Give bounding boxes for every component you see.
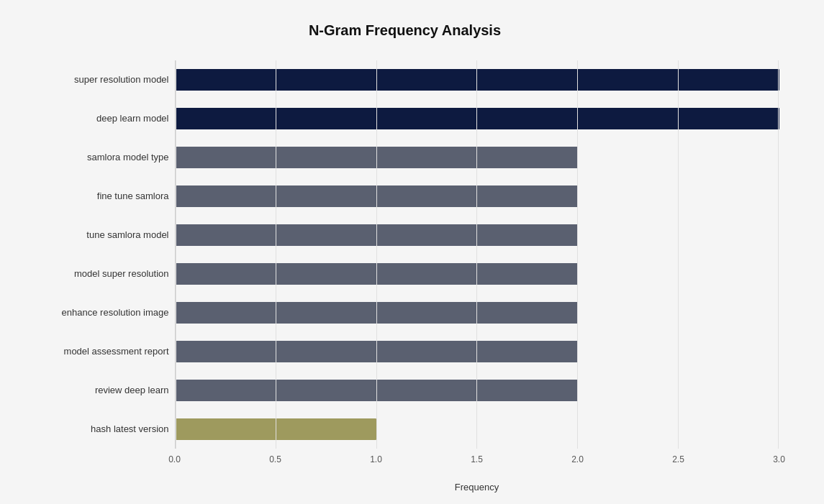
bar [176,263,578,285]
y-axis-label: samlora model type [31,152,169,163]
y-axis-label: enhance resolution image [31,307,169,319]
bar-row [176,338,779,365]
y-axis: super resolution modeldeep learn modelsa… [31,60,175,449]
chart-container: N-Gram Frequency Analysis super resoluti… [17,8,808,497]
bar [176,185,578,207]
bar-row [176,183,779,210]
bar [176,224,578,246]
bar [176,418,377,440]
x-ticks: 0.00.51.01.52.02.53.0 [175,454,779,469]
bar-row [176,144,779,171]
y-axis-label: model super resolution [31,268,169,280]
bar-row [176,260,779,288]
x-tick: 3.0 [773,454,785,464]
y-axis-label: tune samlora model [31,229,169,241]
bar [176,147,578,168]
y-axis-label: super resolution model [31,74,169,86]
bar-row [176,105,779,132]
x-axis-label: Frequency [175,482,779,492]
x-tick: 2.0 [571,454,584,464]
bar [176,108,779,129]
bar-row [176,299,779,326]
y-axis-label: hash latest version [31,423,169,435]
y-axis-label: review deep learn [31,385,169,396]
bar [176,302,578,324]
chart-area: super resolution modeldeep learn modelsa… [31,60,779,449]
bar-row [176,377,779,404]
x-tick: 2.5 [672,454,684,464]
bar-row [176,66,779,93]
bar-row [176,416,779,443]
y-axis-label: fine tune samlora [31,191,169,202]
y-axis-label: deep learn model [31,113,169,124]
bar [176,380,578,401]
bars-area [175,60,779,449]
chart-title: N-Gram Frequency Analysis [31,22,779,39]
x-tick: 1.0 [370,454,382,464]
bar-row [176,221,779,249]
x-tick: 0.5 [269,454,281,464]
bar [176,341,578,362]
x-tick: 0.0 [168,454,181,464]
x-tick: 1.5 [471,454,483,464]
y-axis-label: model assessment report [31,346,169,357]
bar [176,69,779,91]
